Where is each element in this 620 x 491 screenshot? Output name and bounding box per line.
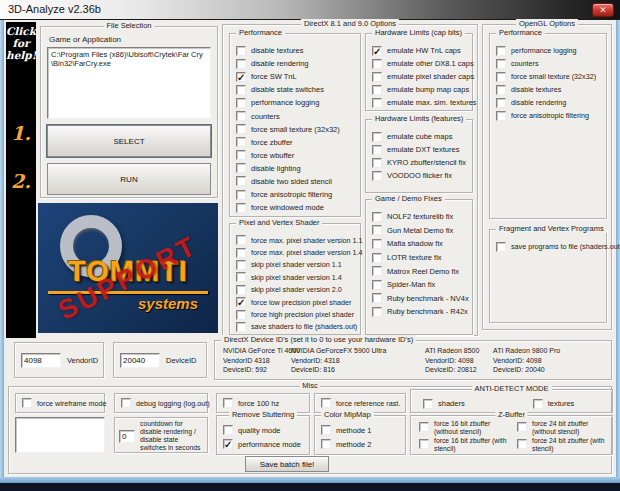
checkbox-row[interactable]: ✓ force low precision pixel shader — [236, 296, 358, 308]
checkbox-row[interactable]: disable rendering — [496, 96, 604, 109]
select-button[interactable]: SELECT — [47, 125, 211, 157]
checkbox[interactable] — [372, 72, 382, 82]
checkbox[interactable] — [419, 422, 429, 432]
checkbox[interactable] — [121, 398, 131, 408]
checkbox[interactable] — [236, 260, 246, 270]
checkbox[interactable] — [372, 145, 382, 155]
checkbox[interactable]: ✓ — [223, 439, 233, 449]
checkbox-row[interactable]: emulate other DX8.1 caps — [372, 57, 470, 70]
checkbox[interactable] — [236, 98, 246, 108]
checkbox[interactable]: ✓ — [236, 72, 246, 82]
checkbox[interactable] — [496, 85, 506, 95]
checkbox[interactable] — [236, 59, 246, 69]
checkbox-row[interactable]: save shaders to file (shaders.out) — [236, 321, 358, 333]
checkbox-row[interactable]: Gun Metal Demo fix — [372, 224, 470, 238]
checkbox-row[interactable]: LOTR texture fix — [372, 251, 470, 265]
checkbox-row[interactable]: force wireframe mode — [22, 397, 107, 410]
checkbox[interactable] — [533, 399, 543, 409]
checkbox-row[interactable]: ✓ emulate HW TnL caps — [372, 44, 470, 57]
checkbox[interactable] — [236, 85, 246, 95]
checkbox[interactable] — [236, 150, 246, 160]
checkbox-row[interactable]: force max. pixel shader version 1.4 — [236, 246, 358, 258]
checkbox-row[interactable]: ✓ performance mode — [223, 437, 307, 451]
checkbox[interactable]: ✓ — [372, 46, 382, 56]
checkbox-row[interactable]: skip pixel shader version 1.1 — [236, 259, 358, 271]
checkbox[interactable] — [496, 72, 506, 82]
checkbox[interactable] — [496, 98, 506, 108]
checkbox-row[interactable]: NOLF2 texturelib fix — [372, 210, 470, 224]
checkbox-row[interactable]: disable lighting — [236, 162, 358, 175]
checkbox[interactable] — [372, 253, 382, 263]
checkbox[interactable] — [372, 239, 382, 249]
checkbox-row[interactable]: KYRO zbuffer/stencil fix — [372, 156, 470, 169]
checkbox-row[interactable]: skip pixel shader version 2.0 — [236, 284, 358, 296]
checkbox-row[interactable]: Ruby benchmark - R42x — [372, 305, 470, 319]
checkbox-row[interactable]: emulate pixel shader caps — [372, 70, 470, 83]
checkbox[interactable] — [236, 111, 246, 121]
checkbox[interactable] — [236, 272, 246, 282]
checkbox-row[interactable]: emulate bump map caps — [372, 83, 470, 96]
checkbox[interactable] — [236, 46, 246, 56]
checkbox[interactable] — [517, 422, 527, 432]
checkbox-row[interactable]: force reference rast. — [321, 397, 400, 410]
checkbox-row[interactable]: force 24 bit zbuffer (with stencil) — [517, 437, 615, 454]
checkbox[interactable] — [372, 212, 382, 222]
checkbox[interactable] — [496, 59, 506, 69]
checkbox-row[interactable]: VOODOO flicker fix — [372, 169, 470, 182]
checkbox-row[interactable]: shaders — [423, 397, 465, 410]
checkbox[interactable] — [372, 225, 382, 235]
checkbox[interactable] — [236, 310, 246, 320]
checkbox[interactable] — [517, 439, 527, 449]
checkbox-row[interactable]: emulate cube maps — [372, 130, 470, 143]
checkbox-row[interactable]: force high precision pixel shader — [236, 308, 358, 320]
checkbox-row[interactable]: Mafia shadow fix — [372, 237, 470, 251]
checkbox[interactable] — [236, 203, 246, 213]
checkbox[interactable] — [423, 399, 433, 409]
checkbox-row[interactable]: Ruby benchmark - NV4x — [372, 292, 470, 306]
checkbox-row[interactable]: force wbuffer — [236, 149, 358, 162]
checkbox[interactable] — [236, 235, 246, 245]
checkbox-row[interactable]: force 24 bit zbuffer (without stencil) — [517, 420, 615, 437]
checkbox-row[interactable]: force 100 hz — [223, 397, 279, 410]
checkbox-row[interactable]: Spider-Man fix — [372, 278, 470, 292]
checkbox[interactable] — [372, 85, 382, 95]
checkbox[interactable] — [496, 111, 506, 121]
checkbox-row[interactable]: methode 1 — [321, 423, 403, 437]
checkbox[interactable] — [419, 439, 429, 449]
checkbox-row[interactable]: force 16 bit zbuffer (with stencil) — [419, 437, 517, 454]
save-batch-file-button[interactable]: Save batch file! — [245, 456, 329, 472]
checkbox[interactable] — [223, 425, 233, 435]
checkbox-row[interactable]: debug logging (log.out) — [121, 397, 210, 410]
checkbox-row[interactable]: Matrox Reel Demo fix — [372, 264, 470, 278]
checkbox[interactable] — [236, 176, 246, 186]
checkbox[interactable] — [236, 163, 246, 173]
checkbox-row[interactable]: disable two sided stencil — [236, 175, 358, 188]
checkbox-row[interactable]: disable textures — [496, 83, 604, 96]
checkbox-row[interactable]: counters — [236, 109, 358, 122]
checkbox-row[interactable]: skip pixel shader version 1.4 — [236, 271, 358, 283]
device-id-input[interactable] — [120, 353, 160, 368]
checkbox[interactable] — [372, 59, 382, 69]
checkbox-row[interactable]: disable textures — [236, 44, 358, 57]
checkbox[interactable] — [372, 280, 382, 290]
checkbox[interactable] — [372, 171, 382, 181]
checkbox[interactable] — [236, 285, 246, 295]
checkbox-row[interactable]: force 16 bit zbuffer (without stencil) — [419, 420, 517, 437]
checkbox-row[interactable]: force windowed mode — [236, 201, 358, 214]
run-button[interactable]: RUN — [47, 163, 211, 195]
checkbox[interactable] — [372, 158, 382, 168]
checkbox-row[interactable]: force small texture (32x32) — [496, 70, 604, 83]
checkbox[interactable] — [321, 425, 331, 435]
checkbox[interactable] — [372, 266, 382, 276]
checkbox[interactable] — [236, 322, 246, 332]
checkbox-row[interactable]: emulate DXT textures — [372, 143, 470, 156]
checkbox[interactable] — [372, 307, 382, 317]
checkbox[interactable] — [372, 98, 382, 108]
checkbox[interactable] — [321, 439, 331, 449]
checkbox[interactable] — [236, 190, 246, 200]
checkbox[interactable] — [496, 46, 506, 56]
checkbox[interactable] — [321, 398, 331, 408]
checkbox[interactable] — [236, 124, 246, 134]
checkbox[interactable] — [496, 242, 506, 252]
checkbox-row[interactable]: quality mode — [223, 423, 307, 437]
